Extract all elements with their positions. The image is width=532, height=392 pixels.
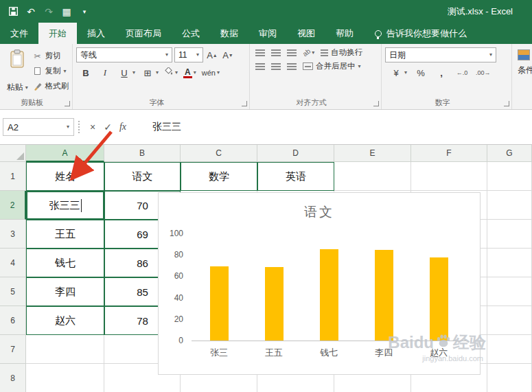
- italic-button[interactable]: I: [98, 66, 112, 80]
- save-icon[interactable]: [8, 6, 18, 17]
- borders-button[interactable]: ⊞▾: [141, 66, 159, 80]
- formula-bar-splitter[interactable]: [78, 121, 81, 133]
- row-header-7[interactable]: 7: [0, 335, 26, 364]
- col-header-A[interactable]: A: [26, 145, 104, 162]
- merge-center-button[interactable]: 合并后居中▾: [303, 61, 361, 71]
- number-format-select[interactable]: 日期▾: [385, 47, 496, 62]
- tab-帮助[interactable]: 帮助: [325, 23, 364, 44]
- align-left-icon[interactable]: [255, 63, 265, 70]
- row-header-1[interactable]: 1: [0, 162, 26, 191]
- title-bar: ↶ ↷ ▦ ▾ 测试.xlsx - Excel: [0, 0, 532, 23]
- cell-A1[interactable]: 姓名: [26, 162, 104, 191]
- enter-button[interactable]: ✓: [100, 119, 115, 135]
- paste-button[interactable]: 粘贴▾: [3, 47, 32, 95]
- cell-G4[interactable]: [487, 249, 532, 277]
- cell-G2[interactable]: [487, 191, 532, 220]
- cell-G7[interactable]: [487, 335, 532, 364]
- cell-G6[interactable]: [487, 306, 532, 335]
- row-header-8[interactable]: 8: [0, 364, 26, 392]
- formula-input[interactable]: 张三三: [130, 121, 532, 133]
- insert-function-button[interactable]: fx: [115, 119, 130, 135]
- tab-视图[interactable]: 视图: [287, 23, 325, 44]
- col-header-D[interactable]: D: [257, 145, 334, 162]
- increase-font-size-button[interactable]: A▲: [205, 48, 219, 62]
- cell-G5[interactable]: [487, 277, 532, 306]
- font-name-select[interactable]: 等线▾: [76, 47, 172, 62]
- row-header-4[interactable]: 4: [0, 249, 26, 277]
- chart[interactable]: 语文 020406080100 张三王五钱七李四赵六: [158, 192, 481, 375]
- wrap-text-button[interactable]: 自动换行: [321, 47, 362, 58]
- tab-页面布局[interactable]: 页面布局: [115, 23, 172, 44]
- cell-C1[interactable]: 数学: [181, 162, 257, 191]
- increase-decimal-button[interactable]: ←.0: [455, 66, 469, 80]
- bar-李四[interactable]: [375, 250, 393, 341]
- conditional-formatting-button[interactable]: 条件: [516, 47, 532, 76]
- undo-icon[interactable]: ↶: [26, 6, 36, 17]
- cell-A3[interactable]: 王五: [26, 220, 104, 249]
- fill-color-button[interactable]: ▾: [164, 67, 178, 79]
- cell-A8[interactable]: [26, 364, 104, 392]
- cell-D1[interactable]: 英语: [257, 162, 334, 191]
- tab-插入[interactable]: 插入: [77, 23, 115, 44]
- cell-G1[interactable]: [487, 162, 532, 191]
- dialog-launcher-icon[interactable]: [504, 101, 509, 106]
- name-box[interactable]: A2 ▾: [3, 118, 74, 136]
- select-all-corner[interactable]: [0, 145, 26, 162]
- orientation-button[interactable]: ab▾: [303, 49, 314, 56]
- cell-A2[interactable]: 张三三: [26, 191, 104, 220]
- bold-button[interactable]: B: [79, 66, 93, 80]
- tell-me[interactable]: 告诉我你想要做什么: [375, 23, 467, 44]
- bar-钱七[interactable]: [320, 249, 338, 341]
- tab-开始[interactable]: 开始: [38, 23, 77, 44]
- row-header-5[interactable]: 5: [0, 277, 26, 306]
- align-center-icon[interactable]: [271, 63, 281, 70]
- row-header-2[interactable]: 2: [0, 191, 26, 220]
- row-header-6[interactable]: 6: [0, 306, 26, 335]
- dialog-launcher-icon[interactable]: [242, 101, 247, 106]
- bar-赵六[interactable]: [430, 257, 448, 341]
- cell-F1[interactable]: [411, 162, 487, 191]
- cell-A7[interactable]: [26, 335, 104, 364]
- bar-张三[interactable]: [210, 266, 229, 341]
- accounting-format-button[interactable]: ¥▾: [389, 66, 407, 80]
- copy-button[interactable]: 复制▾: [33, 64, 69, 78]
- cell-A5[interactable]: 李四: [26, 277, 104, 306]
- bar-王五[interactable]: [265, 267, 284, 341]
- cell-E1[interactable]: [334, 162, 411, 191]
- tab-审阅[interactable]: 审阅: [248, 23, 287, 44]
- row-header-3[interactable]: 3: [0, 220, 26, 249]
- col-header-F[interactable]: F: [411, 145, 487, 162]
- font-size-select[interactable]: 11▾: [174, 47, 203, 62]
- align-top-icon[interactable]: [255, 49, 265, 56]
- col-header-C[interactable]: C: [181, 145, 257, 162]
- tab-数据[interactable]: 数据: [210, 23, 248, 44]
- cancel-button[interactable]: ×: [85, 119, 100, 135]
- underline-button[interactable]: U▾: [117, 66, 135, 80]
- align-middle-icon[interactable]: [271, 49, 281, 56]
- cell-A6[interactable]: 赵六: [26, 306, 104, 335]
- comma-style-button[interactable]: ,: [435, 66, 448, 80]
- decrease-decimal-button[interactable]: .00→: [476, 66, 491, 80]
- phonetic-guide-button[interactable]: wén▾: [202, 66, 220, 80]
- cell-G8[interactable]: [487, 364, 532, 392]
- customize-qat-icon[interactable]: ▾: [80, 6, 89, 17]
- format-painter-button[interactable]: 格式刷: [33, 79, 69, 93]
- align-bottom-icon[interactable]: [287, 49, 297, 56]
- cell-B1[interactable]: 语文: [104, 162, 181, 191]
- align-right-icon[interactable]: [287, 63, 297, 70]
- decrease-font-size-button[interactable]: A▼: [221, 48, 235, 62]
- dialog-launcher-icon[interactable]: [65, 101, 70, 106]
- tab-文件[interactable]: 文件: [0, 23, 38, 44]
- font-color-button[interactable]: A▾: [183, 68, 196, 78]
- cut-button[interactable]: ✂剪切: [33, 49, 69, 63]
- col-header-E[interactable]: E: [334, 145, 411, 162]
- cell-G3[interactable]: [487, 220, 532, 249]
- touch-mode-icon[interactable]: ▦: [62, 6, 71, 17]
- percent-style-button[interactable]: %: [414, 66, 428, 80]
- cell-A4[interactable]: 钱七: [26, 249, 104, 277]
- dialog-launcher-icon[interactable]: [373, 101, 379, 106]
- col-header-B[interactable]: B: [104, 145, 181, 162]
- col-header-G[interactable]: G: [487, 145, 532, 162]
- redo-icon[interactable]: ↷: [44, 6, 54, 17]
- tab-公式[interactable]: 公式: [172, 23, 210, 44]
